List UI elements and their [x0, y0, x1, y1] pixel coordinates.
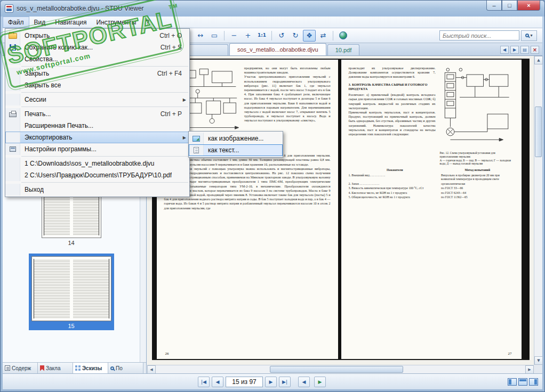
sidebar-tab-search[interactable]: По: [108, 363, 143, 373]
tab-scroll-left-button[interactable]: ◀: [500, 46, 509, 54]
layout-top-panel-button[interactable]: [518, 378, 527, 386]
zoom-in-button[interactable]: +: [242, 30, 254, 42]
rotate-left-button[interactable]: ↺: [275, 30, 288, 42]
figure-12-schematic: [440, 66, 514, 150]
table-row: 2. Запах . . . . . . . . . . . . . орган…: [349, 182, 514, 186]
scrollbar-thumb[interactable]: [535, 107, 542, 157]
page-indicator-input[interactable]: [226, 377, 263, 387]
thumbnail-label: 14: [42, 240, 101, 246]
sidebar-tab-thumbnails[interactable]: Эскизы: [73, 363, 108, 373]
tab-close-button[interactable]: ×: [531, 46, 539, 54]
menu-item-program-settings[interactable]: Настройки программы...: [5, 143, 189, 155]
menu-item-print[interactable]: Печать... Ctrl + P: [5, 108, 189, 120]
maximize-button[interactable]: □: [502, 1, 517, 11]
quick-search: ▾: [439, 30, 537, 41]
scroll-up-button[interactable]: ▲: [534, 56, 543, 64]
submenu-item-export-as-text[interactable]: как текст...: [189, 144, 283, 156]
rotate-right-icon: ↻: [293, 32, 299, 39]
thumbnail-image: [31, 256, 111, 321]
menu-file[interactable]: Файл: [3, 17, 29, 28]
horizontal-scrollbar[interactable]: ◀ ▶: [147, 365, 534, 373]
thumbnail-image: [42, 192, 101, 238]
tab-menu-icon: ▤: [523, 47, 527, 52]
close-button[interactable]: ×: [517, 1, 540, 11]
search-icon: [110, 366, 114, 370]
title-bar[interactable]: sos_v_metalloobrabotke.djvu - STDU Viewe…: [1, 1, 544, 17]
fit-page-icon: ▭: [211, 32, 218, 39]
menu-separator: [21, 182, 188, 183]
settings-sphere-icon: [339, 31, 347, 39]
menu-item-recent-file-2[interactable]: 2 C:\Users\Правдюк\Documents\ТРУБАДУР\10…: [5, 169, 189, 181]
layout-sidebar-right-button[interactable]: [529, 378, 538, 386]
last-page-icon: ▶|: [282, 379, 287, 385]
menu-separator: [21, 156, 188, 157]
previous-page-button[interactable]: ◀: [212, 377, 223, 387]
history-back-button[interactable]: ◀: [298, 377, 310, 387]
layout-sidebar-left-button[interactable]: [508, 378, 517, 386]
tab-10-pdf[interactable]: 10.pdf: [327, 44, 360, 55]
zoom-out-button[interactable]: −: [228, 30, 241, 42]
menu-item-advanced-print[interactable]: Расширенная Печать...: [5, 120, 189, 132]
menu-item-close[interactable]: Закрыть Ctrl + F4: [5, 68, 189, 79]
scrollbar-thumb[interactable]: [270, 366, 403, 373]
menu-separator: [21, 92, 188, 93]
fit-width-button[interactable]: ↔: [194, 30, 207, 42]
figure-12-caption: Рис. 12. Схема ультразвуковой установки …: [440, 151, 514, 166]
page-number-26: 26: [165, 352, 169, 356]
menu-item-open[interactable]: Открыть Ctrl + O: [5, 30, 189, 42]
submenu-item-export-as-image[interactable]: как изображение...: [189, 133, 283, 144]
vertical-scrollbar[interactable]: ▲ ▼: [534, 56, 542, 365]
menu-navigation[interactable]: Навигация: [50, 17, 91, 28]
settings-button[interactable]: [336, 30, 349, 42]
page-navigation: |◀ ◀ ▶ ▶| ◀ ▶: [198, 377, 326, 387]
search-icon: [525, 34, 529, 37]
table-row: 3. Вязкость кинематическая при температу…: [349, 186, 514, 191]
scroll-right-button[interactable]: ▶: [525, 365, 534, 374]
pan-tool-button[interactable]: ❖: [303, 30, 316, 42]
thumbnail-page-15-selected[interactable]: 15: [29, 254, 114, 330]
last-page-button[interactable]: ▶|: [279, 377, 291, 387]
sidebar-tab-contents[interactable]: Содерж: [3, 363, 38, 373]
folder-open-icon: [9, 33, 17, 39]
swap-panes-button[interactable]: ⇄: [317, 30, 330, 42]
previous-page-icon: ◀: [216, 379, 220, 385]
sidebar-tab-bookmarks[interactable]: Закла: [38, 363, 73, 373]
close-icon: ×: [527, 2, 530, 9]
menu-item-export[interactable]: Экспортировать ▶: [5, 132, 189, 143]
scroll-left-icon: ◀: [150, 368, 153, 372]
minimize-button[interactable]: –: [486, 1, 502, 11]
menu-separator: [21, 107, 188, 107]
menu-item-sessions[interactable]: Сессии ▶: [5, 94, 189, 105]
quick-search-input[interactable]: [439, 30, 519, 40]
menu-help[interactable]: ?: [141, 17, 154, 28]
pan-tool-icon: ❖: [306, 32, 312, 39]
mini-page-right: [73, 195, 99, 235]
tab-sos-v-metalloobrabotke[interactable]: sos_v_metallo...obrabotke.djvu: [229, 43, 326, 55]
actual-size-button[interactable]: 1:1: [255, 30, 268, 42]
search-options-button[interactable]: ▾: [521, 30, 537, 41]
fit-page-button[interactable]: ▭: [208, 30, 221, 42]
tab-prev-icon: ◀: [503, 47, 506, 52]
export-submenu: как изображение... как текст...: [188, 131, 283, 158]
menu-item-close-all[interactable]: Закрыть все: [5, 79, 189, 91]
first-page-button[interactable]: |◀: [198, 377, 210, 387]
menu-item-exit[interactable]: Выход: [5, 184, 189, 195]
scroll-left-button[interactable]: ◀: [147, 365, 156, 374]
thumbnail-page-14[interactable]: 14: [42, 192, 101, 246]
document-view[interactable]: Рис. 11. Схема участка централизованного…: [147, 56, 534, 365]
zoom-in-icon: +: [245, 32, 251, 39]
tab-scroll-right-button[interactable]: ▶: [510, 46, 519, 54]
menu-tools[interactable]: Инструменты: [92, 17, 141, 28]
scroll-down-button[interactable]: ▼: [534, 356, 543, 365]
menu-view[interactable]: Вид: [29, 17, 51, 28]
submenu-arrow-icon: ▶: [183, 97, 186, 102]
rotate-right-button[interactable]: ↻: [289, 30, 302, 42]
next-page-button[interactable]: ▶: [265, 377, 277, 387]
swap-panes-icon: ⇄: [320, 32, 326, 39]
page-number-27: 27: [508, 352, 512, 356]
tab-list-button[interactable]: ▤: [520, 46, 529, 54]
menu-item-save-copy-as[interactable]: Сохранить копию как... Ctrl + S: [5, 42, 189, 53]
history-forward-button[interactable]: ▶: [314, 377, 326, 387]
menu-item-properties[interactable]: Свойства...: [5, 53, 189, 65]
menu-item-recent-file-1[interactable]: 1 C:\Downloads\sos_v_metalloobrabotke.dj…: [5, 158, 189, 169]
